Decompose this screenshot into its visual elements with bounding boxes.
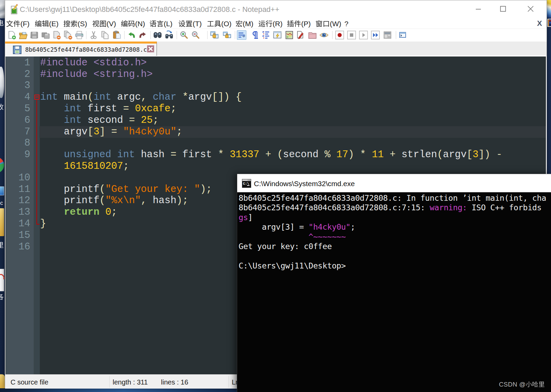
tab-close-icon[interactable] <box>147 45 154 52</box>
line-number: 6 <box>6 115 30 126</box>
close-document-button[interactable]: X <box>537 18 542 29</box>
menu-item-3[interactable]: (S) <box>63 18 87 29</box>
open-file-icon[interactable] <box>18 30 28 40</box>
indent-guide-icon[interactable] <box>261 30 271 40</box>
menu-item-6[interactable]: (L) <box>149 18 173 29</box>
undo-icon[interactable] <box>127 30 136 40</box>
macro-run-multiple-icon[interactable] <box>371 30 380 40</box>
line-number: 11 <box>6 184 30 195</box>
line-number: 4 <box>6 92 30 103</box>
save-all-icon[interactable] <box>41 30 50 40</box>
line-number: 7 <box>6 126 30 138</box>
show-all-characters-icon[interactable] <box>251 30 261 40</box>
new-file-icon[interactable] <box>7 30 17 40</box>
line-number: 15 <box>6 230 30 241</box>
macro-play-icon[interactable] <box>359 30 368 40</box>
macro-stop-icon[interactable] <box>347 30 356 40</box>
macro-save-icon[interactable] <box>383 30 392 40</box>
menu-item-5[interactable]: (N) <box>121 18 145 29</box>
menu-item-2[interactable]: (E) <box>35 18 59 29</box>
code-line: printf("%x\n", hash); <box>40 195 188 207</box>
editor-row-5[interactable]: 5 int first = 0xcafe; <box>5 103 546 115</box>
close-all-icon[interactable] <box>63 30 73 40</box>
close-button[interactable] <box>523 0 539 17</box>
editor-row-7[interactable]: 7 argv[3] = "h4cky0u"; <box>5 126 546 138</box>
editor-row-6[interactable]: 6 int second = 25; <box>5 115 546 126</box>
menu-item-12[interactable]: (W) <box>315 18 341 29</box>
editor-row-2[interactable]: 2#include <string.h> <box>5 69 546 80</box>
replace-icon[interactable] <box>164 30 174 40</box>
sync-vertical-icon[interactable] <box>210 30 219 40</box>
code-line: #include <string.h> <box>40 69 153 80</box>
zoom-out-icon[interactable] <box>191 30 200 40</box>
print-icon[interactable] <box>75 30 84 40</box>
redo-icon[interactable] <box>138 30 148 40</box>
minimize-button[interactable] <box>470 0 486 17</box>
word-wrap-icon[interactable] <box>237 30 246 40</box>
menu-item-7[interactable]: (T) <box>178 18 202 29</box>
macro-record-icon[interactable] <box>335 30 344 40</box>
watermark: CSDN @ <box>499 381 545 388</box>
code-line: #include <stdio.h> <box>40 57 147 69</box>
tab-active[interactable]: 8b6405c25fe447fa804c6833a0d72808.c <box>5 42 157 56</box>
console-row: C:\Users\gwj11\Desktop> <box>239 261 551 271</box>
menu-item-10[interactable]: (R) <box>258 18 282 29</box>
fold-collapse-icon[interactable] <box>34 95 39 100</box>
menu-item-9[interactable]: (M) <box>236 18 253 29</box>
editor-row-9[interactable]: 9 unsigned int hash = first * 31337 + (s… <box>5 149 546 161</box>
toolbar-separator <box>177 31 177 39</box>
tab-bar: 8b6405c25fe447fa804c6833a0d72808.c <box>5 42 547 56</box>
console-row: 8b6405c25fe447fa804c6833a0d72808.c:7:15:… <box>239 202 551 212</box>
menu-item-13[interactable]: ? <box>344 18 349 29</box>
recycle-bin-icon[interactable] <box>0 67 4 98</box>
console-output[interactable]: 8b6405c25fe447fa804c6833a0d72808.c: In f… <box>237 192 551 392</box>
chrome-icon[interactable] <box>0 157 4 173</box>
line-number: 1 <box>6 57 30 69</box>
sync-horizontal-icon[interactable] <box>222 30 232 40</box>
desktop-icon[interactable] <box>0 186 4 195</box>
desktop-wallpaper-fragment <box>547 0 551 18</box>
cmd-title-bar[interactable]: C:\ C:\Windows\System32\cmd.exe <box>237 174 551 192</box>
pdf-icon[interactable] <box>0 269 4 291</box>
paste-icon[interactable] <box>112 30 121 40</box>
status-separator <box>228 376 229 388</box>
file-monitoring-icon[interactable] <box>319 30 329 40</box>
status-separator <box>109 376 110 388</box>
editor-row-1[interactable]: 1#include <stdio.h> <box>5 57 546 69</box>
fold-guide-line <box>36 100 37 224</box>
cut-icon[interactable] <box>89 30 98 40</box>
screenshot-stage: oc C:\Users\gwj11\Desktop\8b6405c25fe <box>0 0 551 392</box>
close-file-icon[interactable] <box>52 30 62 40</box>
editor-row-3[interactable]: 3 <box>5 80 546 92</box>
save-icon[interactable] <box>30 30 39 40</box>
maximize-button[interactable] <box>495 0 511 17</box>
menu-item-1[interactable]: (F) <box>6 18 30 29</box>
folder-icon[interactable] <box>0 208 4 236</box>
paint-icon[interactable] <box>547 19 551 27</box>
desktop-icon-label <box>0 103 4 110</box>
menu-item-11[interactable]: (P) <box>287 18 311 29</box>
line-number: 3 <box>6 80 30 92</box>
desktop-left-strip: oc <box>0 0 5 392</box>
code-line: unsigned int hash = first * 31337 + (sec… <box>40 149 502 161</box>
find-icon[interactable] <box>153 30 162 40</box>
title-bar[interactable]: C:\Users\gwj11\Desktop\8b6405c25fe447fa8… <box>5 0 547 18</box>
editor-row-4[interactable]: 4int main(int argc, char *argv[]) { <box>5 92 546 103</box>
desktop-icon-label: oc <box>0 200 3 206</box>
document-list-icon[interactable] <box>296 30 305 40</box>
editor-row-wrap[interactable]: 1615810207; <box>5 161 546 172</box>
code-line: int first = 0xcafe; <box>40 103 176 115</box>
fold-guide-tail <box>36 224 39 225</box>
line-number: 2 <box>6 69 30 80</box>
menu-item-8[interactable]: (O) <box>207 18 231 29</box>
zoom-in-icon[interactable] <box>179 30 189 40</box>
run-console-icon[interactable] <box>398 30 407 40</box>
folder-as-workspace-icon[interactable] <box>308 30 317 40</box>
menu-item-4[interactable]: (V) <box>92 18 116 29</box>
copy-icon[interactable] <box>100 30 110 40</box>
cmd-icon: C:\ <box>242 179 251 188</box>
function-list-icon[interactable] <box>273 30 282 40</box>
toolbar-separator <box>124 31 125 39</box>
document-map-icon[interactable] <box>285 30 294 40</box>
editor-row-8[interactable]: 8 <box>5 137 546 149</box>
